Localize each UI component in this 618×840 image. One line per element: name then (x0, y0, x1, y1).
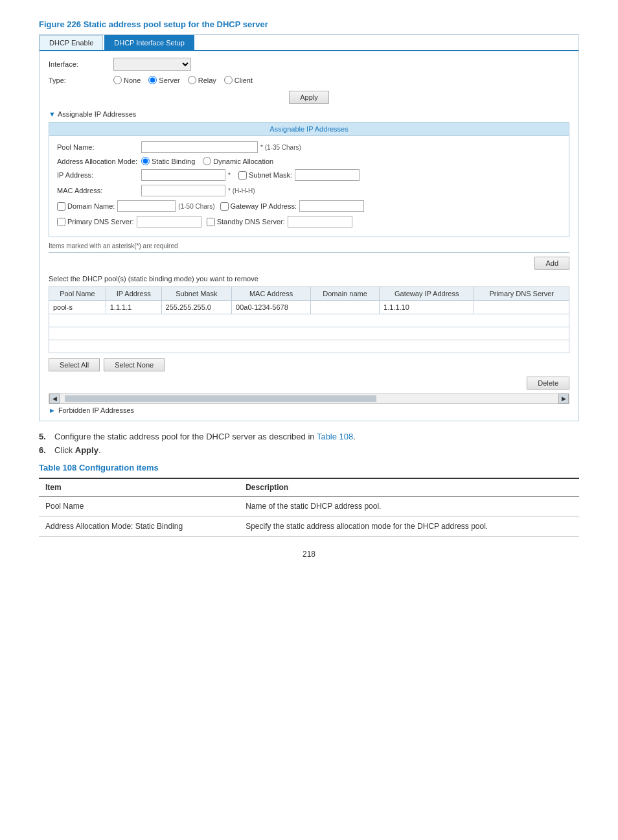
apply-row: Apply (49, 91, 569, 104)
step-6-text: Click Apply. (54, 445, 101, 455)
interface-row: Interface: (49, 58, 569, 71)
select-all-button[interactable]: Select All (49, 358, 100, 371)
step-5-num: 5. (39, 432, 54, 441)
assignable-inner-box: Assignable IP Addresses Pool Name: * (1-… (49, 122, 569, 237)
tab-dhcp-interface-setup[interactable]: DHCP Interface Setup (104, 35, 194, 50)
col-primary-dns: Primary DNS Server (474, 287, 569, 301)
type-none-radio[interactable] (113, 76, 122, 84)
horizontal-scrollbar[interactable]: ◀ ▶ (49, 393, 569, 404)
page-number: 218 (39, 550, 579, 559)
table-empty-row-1 (49, 314, 569, 327)
select-text: Select the DHCP pool(s) (static binding … (49, 275, 569, 283)
apply-button[interactable]: Apply (289, 91, 329, 104)
mac-address-row: MAC Address: * (H-H-H) (57, 185, 561, 196)
alloc-mode-row: Address Allocation Mode: Static Binding … (57, 157, 561, 165)
dynamic-alloc-radio[interactable] (203, 157, 211, 165)
type-radio-group: None Server Relay Client (113, 76, 253, 84)
pool-name-label: Pool Name: (57, 143, 141, 151)
col-ip-address: IP Address (106, 287, 161, 301)
config-col-item: Item (39, 478, 239, 496)
type-relay-option[interactable]: Relay (188, 76, 216, 84)
forbidden-arrow-icon[interactable]: ► (49, 406, 56, 414)
type-client-radio[interactable] (224, 76, 233, 84)
config-col-description: Description (239, 478, 579, 496)
step-list: 5. Configure the static address pool for… (39, 432, 579, 455)
assignable-section-header: ▼ Assignable IP Addresses (49, 110, 569, 118)
cell-subnet-mask: 255.255.255.0 (161, 301, 231, 314)
table-row[interactable]: pool-s 1.1.1.1 255.255.255.0 00a0-1234-5… (49, 301, 569, 314)
gateway-ip-input[interactable] (299, 200, 364, 212)
standby-dns-input[interactable] (288, 216, 352, 228)
forbidden-row: ► Forbidden IP Addresses (49, 406, 569, 414)
ip-address-input[interactable] (141, 169, 225, 181)
col-pool-name: Pool Name (49, 287, 106, 301)
dns-row: Primary DNS Server: Standby DNS Server: (57, 216, 561, 228)
page-container: Figure 226 Static address pool setup for… (0, 0, 618, 578)
domain-name-input[interactable] (117, 200, 176, 212)
interface-select[interactable] (113, 58, 191, 71)
tab-dhcp-enable[interactable]: DHCP Enable (40, 35, 103, 50)
config-desc-1: Name of the static DHCP address pool. (239, 496, 579, 517)
step-6: 6. Click Apply. (39, 445, 579, 455)
gateway-ip-checkbox[interactable] (220, 202, 229, 211)
assignable-inner-form: Pool Name: * (1-35 Chars) Address Alloca… (49, 136, 569, 237)
mac-address-label: MAC Address: (57, 187, 141, 194)
subnet-mask-checkbox[interactable] (238, 171, 247, 180)
assignable-arrow-icon: ▼ (49, 110, 56, 118)
gateway-ip-label: Gateway IP Address: (231, 202, 297, 210)
pool-name-row: Pool Name: * (1-35 Chars) (57, 141, 561, 153)
ip-address-row: IP Address: * Subnet Mask: (57, 169, 561, 181)
scroll-left-icon[interactable]: ◀ (49, 393, 60, 404)
static-binding-option[interactable]: Static Binding (141, 157, 195, 165)
col-subnet-mask: Subnet Mask (161, 287, 231, 301)
config-table-header-row: Item Description (39, 478, 579, 496)
primary-dns-checkbox[interactable] (57, 218, 65, 226)
col-gateway-ip: Gateway IP Address (380, 287, 474, 301)
add-button[interactable]: Add (534, 257, 569, 270)
subnet-mask-input[interactable] (295, 169, 360, 181)
type-relay-radio[interactable] (188, 76, 196, 84)
tab-bar: DHCP Enable DHCP Interface Setup (40, 35, 578, 51)
config-table: Item Description Pool Name Name of the s… (39, 478, 579, 537)
step-6-text-before: Click (54, 445, 75, 455)
ip-hint: * (228, 172, 231, 179)
mac-address-input[interactable] (141, 185, 225, 196)
assignable-section-title: Assignable IP Addresses (58, 110, 136, 118)
figure-title: Figure 226 Static address pool setup for… (39, 19, 579, 29)
primary-dns-input[interactable] (137, 216, 201, 228)
config-table-row-1: Pool Name Name of the static DHCP addres… (39, 496, 579, 517)
pool-name-hint: * (1-35 Chars) (260, 144, 301, 151)
add-row: Add (49, 257, 569, 270)
type-client-option[interactable]: Client (224, 76, 253, 84)
cell-pool-name: pool-s (49, 301, 106, 314)
step-5-text-before: Configure the static address pool for th… (54, 432, 317, 441)
type-label: Type: (49, 76, 113, 84)
standby-dns-label: Standby DNS Server: (217, 218, 285, 226)
dynamic-alloc-option[interactable]: Dynamic Allocation (203, 157, 273, 165)
config-item-2: Address Allocation Mode: Static Binding (39, 517, 239, 537)
table-108-link[interactable]: Table 108 (317, 432, 353, 441)
ui-screenshot-box: DHCP Enable DHCP Interface Setup Interfa… (39, 34, 579, 421)
bottom-btn-row: Select All Select None (49, 358, 569, 371)
delete-button[interactable]: Delete (527, 377, 569, 390)
type-row: Type: None Server Relay (49, 76, 569, 84)
type-server-radio[interactable] (148, 76, 157, 84)
scrollbar-thumb[interactable] (65, 395, 376, 402)
config-table-row-2: Address Allocation Mode: Static Binding … (39, 517, 579, 537)
pool-name-input[interactable] (141, 141, 258, 153)
static-binding-radio[interactable] (141, 157, 150, 165)
delete-row: Delete (49, 377, 569, 390)
domain-name-checkbox[interactable] (57, 202, 65, 211)
type-server-option[interactable]: Server (148, 76, 179, 84)
select-none-button[interactable]: Select None (104, 358, 165, 371)
forbidden-label: Forbidden IP Addresses (58, 406, 134, 414)
scroll-right-icon[interactable]: ▶ (558, 393, 569, 404)
step-5-text: Configure the static address pool for th… (54, 432, 356, 441)
type-none-option[interactable]: None (113, 76, 141, 84)
form-body: Interface: Type: None Server (40, 51, 578, 421)
cell-mac-address: 00a0-1234-5678 (232, 301, 311, 314)
standby-dns-checkbox[interactable] (207, 218, 215, 226)
alloc-mode-radio-group: Static Binding Dynamic Allocation (141, 157, 273, 165)
step-6-text-after: . (98, 445, 101, 455)
cell-gateway-ip: 1.1.1.10 (380, 301, 474, 314)
